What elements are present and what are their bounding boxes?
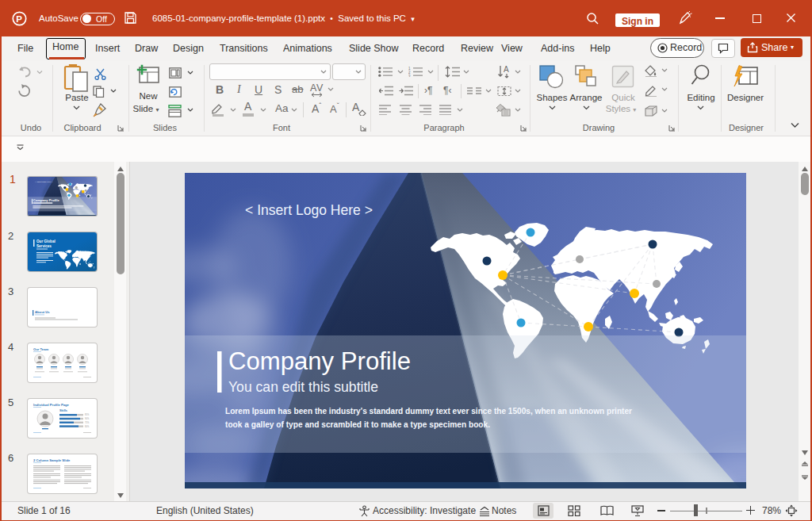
svg-text:Our Team: Our Team — [33, 347, 49, 351]
svg-text:75%: 75% — [85, 421, 90, 424]
svg-text:took a galley of type and scra: took a galley of type and scrambled it t… — [225, 419, 490, 429]
svg-text:About Us: About Us — [35, 310, 50, 314]
svg-text:85%: 85% — [85, 413, 90, 416]
svg-text:2 Column Sample Slide: 2 Column Sample Slide — [33, 458, 71, 462]
svg-text:3: 3 — [408, 75, 411, 78]
svg-text:Individual Profile Page: Individual Profile Page — [33, 403, 70, 407]
svg-text:You can edit this subtitle: You can edit this subtitle — [228, 379, 378, 395]
svg-text:Lorem Ipsum has been the indus: Lorem Ipsum has been the industry's stan… — [225, 406, 632, 416]
svg-text:Our Global: Our Global — [36, 239, 56, 243]
svg-text:90%: 90% — [85, 417, 90, 420]
svg-text:< Insert Logo Here >: < Insert Logo Here > — [245, 201, 373, 218]
svg-text:< Insert Logo Here >: < Insert Logo Here > — [35, 181, 52, 183]
svg-text:80%: 80% — [85, 425, 90, 428]
svg-text:Company Profile: Company Profile — [228, 347, 411, 375]
svg-text:Skills: Skills — [59, 409, 67, 412]
svg-text:A: A — [504, 65, 509, 74]
svg-text:Company Profile: Company Profile — [33, 198, 60, 202]
svg-text:Services: Services — [36, 244, 52, 248]
